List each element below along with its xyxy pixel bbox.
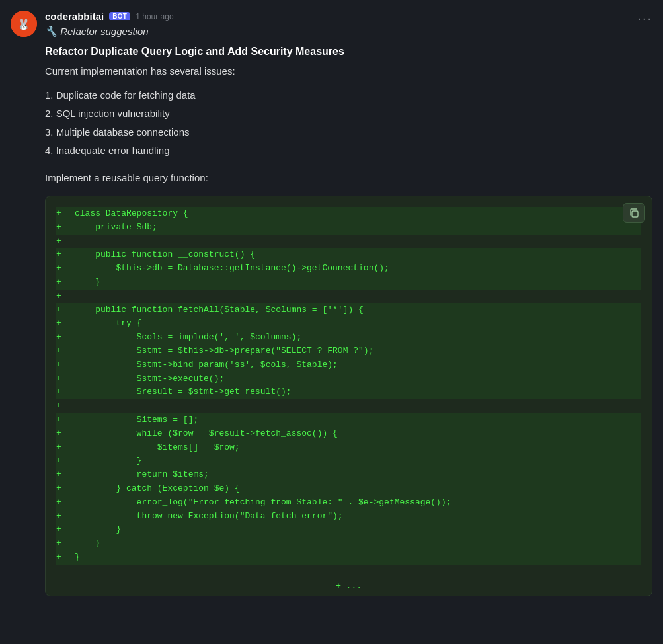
code-line: + $items = []; xyxy=(56,413,641,427)
line-prefix: + xyxy=(56,248,69,262)
implement-text: Implement a reusable query function: xyxy=(45,171,652,186)
code-line: + $stmt->execute(); xyxy=(56,372,641,386)
code-block-wrapper: +class DataRepository {+ private $db;++ … xyxy=(45,196,652,596)
code-line: +} xyxy=(56,551,641,565)
svg-rect-2 xyxy=(632,211,638,217)
code-text: public function __construct() { xyxy=(75,248,255,262)
code-text: $stmt->execute(); xyxy=(75,372,224,386)
line-prefix: + xyxy=(56,207,69,221)
code-line: + $stmt = $this->db->prepare("SELECT ? F… xyxy=(56,344,641,358)
code-line: + xyxy=(56,235,641,249)
code-line: + } catch (Exception $e) { xyxy=(56,482,641,496)
code-line: + } xyxy=(56,523,641,537)
section-title: Refactor Duplicate Query Logic and Add S… xyxy=(45,46,652,58)
message-body: coderabbitai bot 1 hour ago 🔧 Refactor s… xyxy=(45,11,652,596)
list-item: 1. Duplicate code for fetching data xyxy=(45,86,652,104)
code-line: + $items[] = $row; xyxy=(56,441,641,455)
code-text: } catch (Exception $e) { xyxy=(75,482,240,496)
code-text: error_log("Error fetching from $table: "… xyxy=(75,496,451,510)
list-item: 4. Inadequate error handling xyxy=(45,141,652,160)
line-prefix: + xyxy=(56,537,69,551)
line-prefix: + xyxy=(56,303,69,317)
code-text: throw new Exception("Data fetch error"); xyxy=(75,510,343,524)
code-line: + $this->db = Database::getInstance()->g… xyxy=(56,262,641,276)
line-prefix: + xyxy=(56,317,69,331)
line-prefix: + xyxy=(56,372,69,386)
code-line: + throw new Exception("Data fetch error"… xyxy=(56,510,641,524)
line-prefix: + xyxy=(56,358,69,372)
more-options-button[interactable]: ··· xyxy=(637,11,652,26)
line-prefix: + xyxy=(56,385,69,399)
line-prefix: + xyxy=(56,262,69,276)
code-line: + error_log("Error fetching from $table:… xyxy=(56,496,641,510)
line-prefix: + xyxy=(56,468,69,482)
code-text: } xyxy=(75,551,80,565)
line-prefix: + xyxy=(56,399,69,413)
username: coderabbitai xyxy=(45,11,104,22)
description: Current implementation has several issue… xyxy=(45,64,652,79)
code-line: + } xyxy=(56,276,641,290)
line-prefix: + xyxy=(56,523,69,537)
avatar: 🐰 xyxy=(11,11,37,37)
line-prefix: + xyxy=(56,496,69,510)
line-prefix: + xyxy=(56,235,69,249)
code-line: + xyxy=(56,290,641,303)
code-line: + try { xyxy=(56,317,641,331)
code-text: $cols = implode(', ', $columns); xyxy=(75,331,301,344)
code-line: + } xyxy=(56,537,641,551)
line-prefix: + xyxy=(56,331,69,344)
issues-list: 1. Duplicate code for fetching data 2. S… xyxy=(45,86,652,160)
code-text: $stmt->bind_param('ss', $cols, $table); xyxy=(75,358,338,372)
code-text: } xyxy=(75,523,121,537)
code-line: + $cols = implode(', ', $columns); xyxy=(56,331,641,344)
code-line: + public function fetchAll($table, $colu… xyxy=(56,303,641,317)
code-line: + } xyxy=(56,454,641,468)
line-prefix: + xyxy=(56,344,69,358)
line-prefix: + xyxy=(56,413,69,427)
bottom-indicator: + ... xyxy=(46,575,652,596)
line-prefix: + xyxy=(56,290,69,303)
line-prefix: + xyxy=(56,482,69,496)
refactor-label: 🔧 Refactor suggestion xyxy=(45,26,652,38)
code-text: } xyxy=(75,454,141,468)
code-text: $stmt = $this->db->prepare("SELECT ? FRO… xyxy=(75,344,373,358)
code-text: $result = $stmt->get_result(); xyxy=(75,385,292,399)
line-prefix: + xyxy=(56,454,69,468)
code-text: } xyxy=(75,537,100,551)
code-text: $items = []; xyxy=(75,413,198,427)
code-text: try { xyxy=(75,317,141,331)
line-prefix: + xyxy=(56,510,69,524)
line-prefix: + xyxy=(56,276,69,290)
code-text: public function fetchAll($table, $column… xyxy=(75,303,364,317)
bot-badge: bot xyxy=(109,12,130,20)
line-prefix: + xyxy=(56,551,69,565)
code-line: +class DataRepository { xyxy=(56,207,641,221)
message-header: coderabbitai bot 1 hour ago xyxy=(45,11,652,22)
code-line: + while ($row = $result->fetch_assoc()) … xyxy=(56,427,641,441)
code-text: $this->db = Database::getInstance()->get… xyxy=(75,262,389,276)
code-line: + $stmt->bind_param('ss', $cols, $table)… xyxy=(56,358,641,372)
code-text: private $db; xyxy=(75,221,157,235)
svg-text:🐰: 🐰 xyxy=(17,18,30,30)
code-line: + return $items; xyxy=(56,468,641,482)
code-line: + private $db; xyxy=(56,221,641,235)
code-text: while ($row = $result->fetch_assoc()) { xyxy=(75,427,338,441)
code-text: $items[] = $row; xyxy=(75,441,240,455)
code-line: + xyxy=(56,399,641,413)
code-block: +class DataRepository {+ private $db;++ … xyxy=(46,196,652,575)
list-item: 2. SQL injection vulnerability xyxy=(45,104,652,123)
list-item: 3. Multiple database connections xyxy=(45,123,652,141)
timestamp: 1 hour ago xyxy=(136,12,173,21)
line-prefix: + xyxy=(56,427,69,441)
code-line: + public function __construct() { xyxy=(56,248,641,262)
code-line: + $result = $stmt->get_result(); xyxy=(56,385,641,399)
code-text: } xyxy=(75,276,100,290)
copy-icon xyxy=(629,208,639,218)
line-prefix: + xyxy=(56,221,69,235)
line-prefix: + xyxy=(56,441,69,455)
message-container: 🐰 coderabbitai bot 1 hour ago 🔧 Refactor… xyxy=(0,0,663,607)
code-text: class DataRepository { xyxy=(75,207,188,221)
code-text: return $items; xyxy=(75,468,209,482)
copy-button[interactable] xyxy=(623,203,645,223)
